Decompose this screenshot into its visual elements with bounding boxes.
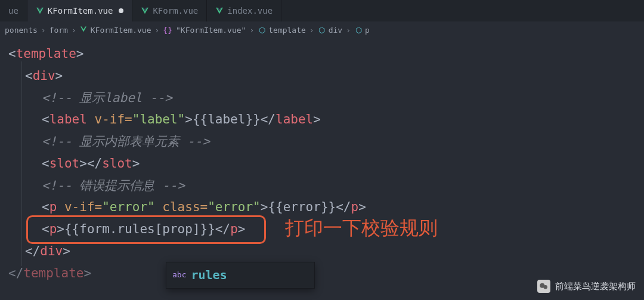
crumb-item[interactable]: ⬡ template	[258, 26, 306, 35]
tab-partial[interactable]: ue	[0, 0, 27, 21]
code-line: <!-- 显示内部表单元素 -->	[8, 131, 644, 153]
cube-icon: ⬡	[354, 26, 363, 34]
watermark: 前端菜鸟逆袭架构师	[537, 280, 636, 293]
vue-icon	[215, 7, 224, 15]
tab-label: KForm.vue	[153, 6, 198, 16]
cube-icon: ⬡	[318, 26, 326, 34]
tab-kform[interactable]: KForm.vue	[132, 0, 207, 21]
tab-bar: ue KFormItem.vue KForm.vue index.vue	[0, 0, 644, 21]
code-line: <!-- 错误提示信息 -->	[8, 175, 644, 197]
autocomplete-item[interactable]: rules	[191, 265, 227, 286]
tab-label: index.vue	[227, 6, 273, 16]
tab-label: ue	[8, 6, 18, 16]
tab-index[interactable]: index.vue	[207, 0, 281, 21]
chevron-right-icon: ›	[346, 26, 351, 35]
crumb-item[interactable]: KFormItem.vue	[80, 26, 151, 35]
code-line: <!-- 显示label -->	[8, 87, 644, 109]
modified-indicator	[119, 8, 123, 13]
wechat-icon	[537, 280, 550, 293]
code-editor[interactable]: <template> <div> <!-- 显示label --> <label…	[0, 38, 644, 300]
vue-icon	[141, 7, 149, 15]
crumb-item[interactable]: "KFormItem.vue"	[176, 26, 246, 35]
code-line: <label v-if="label">{{label}}</label>	[8, 109, 644, 131]
chevron-right-icon: ›	[41, 26, 46, 35]
code-line: <template>	[8, 43, 644, 65]
autocomplete-popup[interactable]: abc rules	[166, 262, 315, 289]
annotation-text: 打印一下校验规则	[285, 211, 438, 245]
chevron-right-icon: ›	[249, 26, 254, 35]
watermark-text: 前端菜鸟逆袭架构师	[555, 281, 636, 292]
crumb-item[interactable]: ⬡ p	[354, 26, 370, 35]
tab-kformitem[interactable]: KFormItem.vue	[27, 0, 133, 21]
chevron-right-icon: ›	[309, 26, 314, 35]
crumb-item[interactable]: form	[49, 26, 68, 35]
code-line: <slot></slot>	[8, 153, 644, 175]
svg-point-1	[543, 285, 547, 289]
crumb-item[interactable]: {}	[163, 26, 172, 35]
cube-icon: ⬡	[258, 26, 266, 34]
vue-icon	[36, 7, 44, 15]
code-line: <div>	[8, 65, 644, 87]
type-badge: abc	[172, 268, 186, 282]
crumb-item[interactable]: ⬡ div	[318, 26, 342, 35]
tab-label: KFormItem.vue	[48, 6, 113, 16]
vue-icon	[80, 26, 88, 34]
crumb-item[interactable]: ponents	[5, 26, 38, 35]
chevron-right-icon: ›	[72, 26, 76, 35]
chevron-right-icon: ›	[155, 26, 160, 35]
breadcrumb: ponents › form › KFormItem.vue › {} "KFo…	[0, 21, 644, 38]
